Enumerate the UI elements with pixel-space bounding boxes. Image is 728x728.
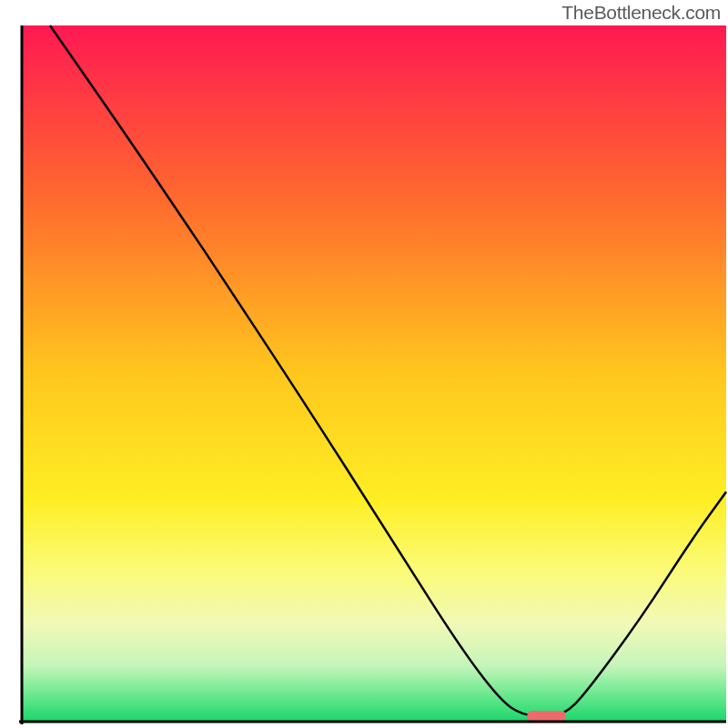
chart-svg — [0, 0, 728, 728]
optimal-marker — [527, 711, 566, 721]
bottleneck-chart: TheBottleneck.com — [0, 0, 728, 728]
watermark-text: TheBottleneck.com — [561, 2, 721, 24]
gradient-background — [22, 25, 726, 722]
